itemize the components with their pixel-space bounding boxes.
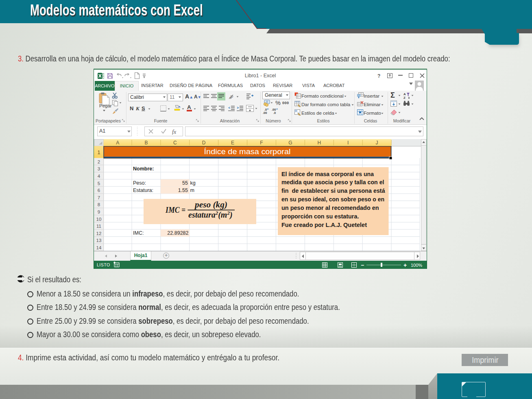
svg-text:Estatura:: Estatura: xyxy=(133,188,153,193)
svg-text:fin de establecer si una pers: fin de establecer si una persona está xyxy=(281,187,385,194)
svg-text:en su peso ideal, con sobre pe: en su peso ideal, con sobre peso o en xyxy=(281,196,384,203)
svg-text:J: J xyxy=(376,140,378,146)
svg-text:proporción con su estatura.: proporción con su estatura. xyxy=(281,213,359,220)
svg-text:6: 6 xyxy=(98,188,100,193)
svg-text:14: 14 xyxy=(96,245,102,250)
svg-text:22.89282: 22.89282 xyxy=(167,230,188,236)
svg-text:un peso menor al recomendado e: un peso menor al recomendado en xyxy=(281,204,379,211)
svg-text:2: 2 xyxy=(98,159,100,164)
svg-text:F: F xyxy=(260,140,263,146)
svg-text:I: I xyxy=(347,140,349,146)
svg-text:medida que asocia peso y talla: medida que asocia peso y talla con el xyxy=(281,179,384,185)
svg-text:A: A xyxy=(116,140,119,146)
svg-text:E: E xyxy=(231,140,234,146)
svg-text:IMC =: IMC = xyxy=(165,205,185,215)
svg-text:kg: kg xyxy=(190,180,196,186)
svg-text:10: 10 xyxy=(96,217,102,222)
svg-text:8: 8 xyxy=(98,202,100,207)
svg-text:m: m xyxy=(190,188,194,193)
svg-text:.0: .0 xyxy=(273,111,276,114)
svg-text:Peso:: Peso: xyxy=(133,180,146,186)
svg-text:Fue creado por L.A.J. Quetelet: Fue creado por L.A.J. Quetelet xyxy=(281,221,367,228)
svg-text:G: G xyxy=(288,140,292,146)
svg-text:3: 3 xyxy=(98,166,100,171)
svg-text:12: 12 xyxy=(96,231,102,236)
svg-text:13: 13 xyxy=(96,238,102,243)
svg-text:1.55: 1.55 xyxy=(178,188,188,193)
svg-text:C: C xyxy=(173,140,177,146)
svg-text:7: 7 xyxy=(98,195,100,200)
svg-text:H: H xyxy=(317,140,321,146)
svg-text:Índice de masa corporal: Índice de masa corporal xyxy=(204,148,291,156)
svg-text:Nombre:: Nombre: xyxy=(133,166,154,172)
svg-text:El índice de masa corporal es: El índice de masa corporal es una xyxy=(281,170,374,177)
svg-text:peso (kg): peso (kg) xyxy=(194,200,227,209)
svg-text:.00: .00 xyxy=(263,111,267,114)
svg-text:4: 4 xyxy=(98,174,100,179)
svg-text:11: 11 xyxy=(96,224,101,229)
svg-text:B: B xyxy=(144,140,148,146)
svg-text:fx: fx xyxy=(172,129,177,135)
svg-text:5: 5 xyxy=(98,181,100,186)
svg-text:estatura2(m2): estatura2(m2) xyxy=(188,210,233,220)
svg-text:1: 1 xyxy=(98,150,100,155)
svg-text:55: 55 xyxy=(182,180,188,186)
svg-text:D: D xyxy=(202,140,206,146)
svg-text:IMC:: IMC: xyxy=(133,230,144,236)
svg-text:9: 9 xyxy=(98,209,100,214)
svg-text:Z: Z xyxy=(403,96,406,99)
